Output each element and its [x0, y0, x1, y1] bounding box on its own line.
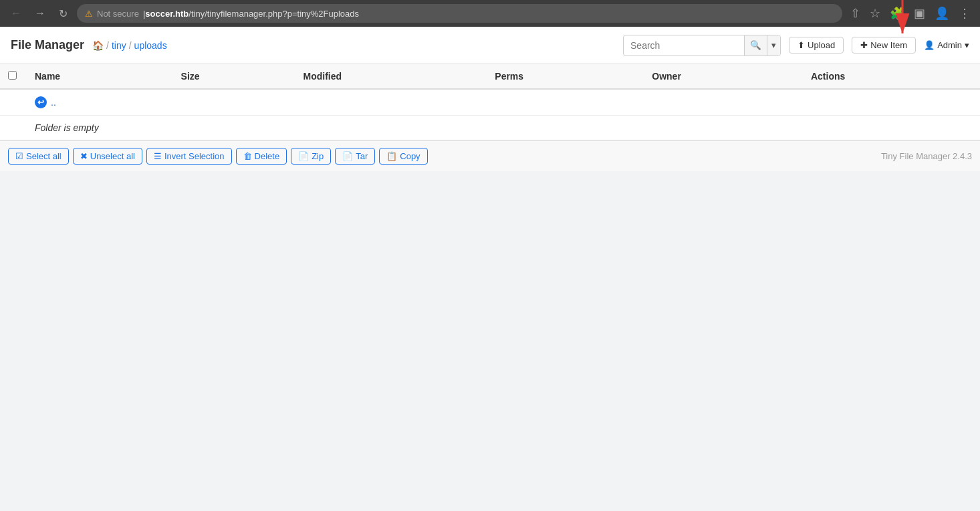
- col-perms: Perms: [487, 64, 644, 89]
- not-secure-label: Not secure: [97, 9, 139, 19]
- upload-icon: ⬆: [798, 40, 805, 50]
- warning-icon: ⚠: [85, 9, 93, 19]
- share-icon[interactable]: ⇧: [848, 5, 863, 22]
- unselect-all-button[interactable]: ✖ Unselect all: [73, 148, 142, 165]
- app-header: File Manager 🏠 / tiny / uploads 🔍 ▾ ⬆ Up…: [0, 27, 980, 64]
- select-all-checkbox[interactable]: [8, 71, 17, 80]
- parent-link-cell: ↩ ..: [27, 89, 173, 116]
- table-row-parent: ↩ ..: [0, 89, 980, 116]
- col-size: Size: [173, 64, 295, 89]
- parent-checkbox-cell: [0, 89, 27, 116]
- browser-chrome: ← → ↻ ⚠ Not secure | soccer.htb /tiny/ti…: [0, 0, 980, 27]
- page-wrapper: ← → ↻ ⚠ Not secure | soccer.htb /tiny/ti…: [0, 0, 980, 171]
- select-all-icon: ☑: [15, 151, 23, 161]
- extension-icon[interactable]: 🧩: [887, 5, 907, 22]
- table-header: Name Size Modified Perms Owner Actions: [0, 64, 980, 89]
- search-container: 🔍 ▾: [623, 35, 781, 56]
- breadcrumb-uploads[interactable]: uploads: [134, 40, 167, 51]
- col-actions: Actions: [803, 64, 980, 89]
- parent-size-cell: [173, 89, 295, 116]
- breadcrumb: 🏠 / tiny / uploads: [92, 40, 167, 51]
- admin-button[interactable]: 👤 Admin ▾: [924, 40, 969, 50]
- copy-icon: 📋: [386, 151, 397, 161]
- file-table: Name Size Modified Perms Owner Actions ↩…: [0, 64, 980, 140]
- delete-icon: 🗑: [243, 151, 252, 161]
- url-domain: soccer.htb: [145, 9, 189, 19]
- profile-icon[interactable]: 👤: [932, 5, 952, 22]
- zip-icon: 📄: [298, 151, 309, 161]
- parent-modified-cell: [295, 89, 487, 116]
- parent-folder-link[interactable]: ↩ ..: [35, 96, 165, 108]
- invert-icon: ☰: [154, 151, 162, 161]
- new-item-label: New Item: [870, 40, 907, 50]
- select-all-button[interactable]: ☑ Select all: [8, 148, 69, 165]
- admin-icon: 👤: [924, 40, 935, 50]
- tar-label: Tar: [356, 151, 368, 161]
- invert-selection-button[interactable]: ☰ Invert Selection: [146, 148, 232, 165]
- delete-label: Delete: [255, 151, 280, 161]
- upload-button[interactable]: ⬆ Upload: [789, 37, 844, 54]
- unselect-all-label: Unselect all: [90, 151, 135, 161]
- breadcrumb-tiny[interactable]: tiny: [112, 40, 126, 51]
- copy-label: Copy: [400, 151, 420, 161]
- select-all-label: Select all: [26, 151, 62, 161]
- parent-actions-cell: [803, 89, 980, 116]
- address-bar[interactable]: ⚠ Not secure | soccer.htb /tiny/tinyfile…: [77, 4, 842, 23]
- search-dropdown-button[interactable]: ▾: [767, 35, 780, 56]
- menu-icon[interactable]: ⋮: [956, 5, 973, 22]
- delete-button[interactable]: 🗑 Delete: [236, 148, 287, 165]
- col-modified: Modified: [295, 64, 487, 89]
- new-item-container: ✚ New Item: [852, 37, 916, 54]
- upload-label: Upload: [808, 40, 835, 50]
- breadcrumb-separator-1: /: [106, 40, 109, 51]
- back-button[interactable]: ←: [7, 5, 25, 22]
- tar-button[interactable]: 📄 Tar: [335, 148, 375, 165]
- bookmark-icon[interactable]: ☆: [867, 5, 883, 22]
- new-item-button[interactable]: ✚ New Item: [852, 37, 916, 54]
- zip-label: Zip: [312, 151, 324, 161]
- folder-back-icon: ↩: [35, 96, 47, 108]
- tar-icon: 📄: [342, 151, 353, 161]
- main-content: Name Size Modified Perms Owner Actions ↩…: [0, 64, 980, 140]
- col-checkbox: [0, 64, 27, 89]
- zip-button[interactable]: 📄 Zip: [291, 148, 331, 165]
- table-header-row: Name Size Modified Perms Owner Actions: [0, 64, 980, 89]
- browser-right-icons: ⇧ ☆ 🧩 ▣ 👤 ⋮: [848, 5, 973, 22]
- parent-link-label: ..: [51, 97, 56, 108]
- parent-perms-cell: [487, 89, 644, 116]
- col-owner: Owner: [644, 64, 803, 89]
- version-text: Tiny File Manager 2.4.3: [881, 151, 972, 161]
- home-link[interactable]: 🏠: [92, 40, 104, 51]
- layout-icon[interactable]: ▣: [911, 5, 928, 22]
- search-button[interactable]: 🔍: [744, 35, 767, 56]
- table-body: ↩ .. Folder is empty: [0, 89, 980, 140]
- unselect-all-icon: ✖: [80, 151, 88, 161]
- bottom-toolbar: ☑ Select all ✖ Unselect all ☰ Invert Sel…: [0, 140, 980, 171]
- breadcrumb-separator-2: /: [129, 40, 132, 51]
- forward-button[interactable]: →: [31, 5, 49, 22]
- url-path: /tiny/tinyfilemanager.php?p=tiny%2Fuploa…: [189, 9, 359, 19]
- admin-label: Admin: [937, 40, 962, 50]
- search-input[interactable]: [624, 40, 744, 51]
- admin-caret-icon: ▾: [965, 40, 969, 50]
- copy-button[interactable]: 📋 Copy: [379, 148, 427, 165]
- empty-checkbox-cell: [0, 116, 27, 140]
- reload-button[interactable]: ↻: [55, 5, 72, 23]
- app-title: File Manager: [11, 38, 84, 52]
- new-item-icon: ✚: [860, 40, 868, 50]
- empty-message: Folder is empty: [27, 116, 980, 140]
- parent-owner-cell: [644, 89, 803, 116]
- invert-label: Invert Selection: [164, 151, 225, 161]
- col-name: Name: [27, 64, 173, 89]
- home-icon: 🏠: [92, 40, 104, 51]
- table-row-empty: Folder is empty: [0, 116, 980, 140]
